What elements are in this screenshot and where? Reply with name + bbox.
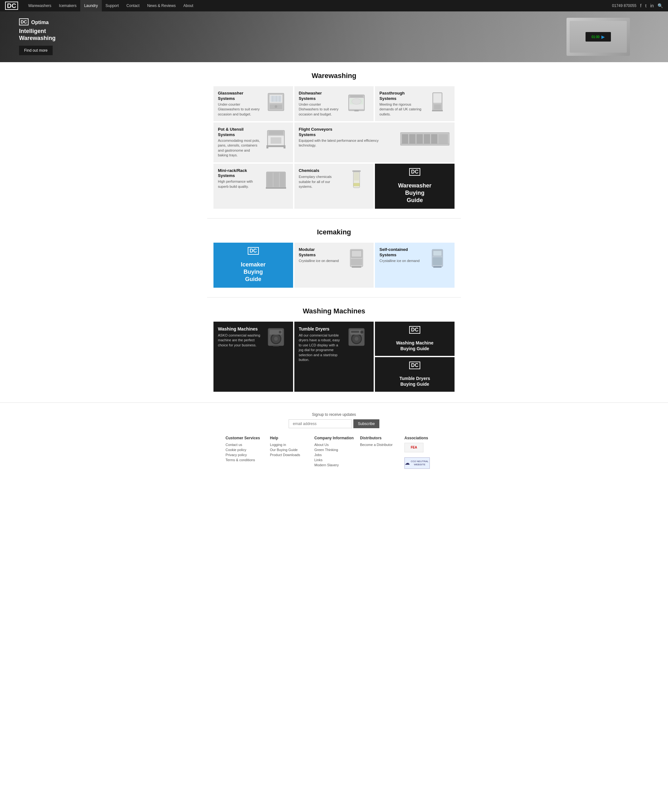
footer-subscribe-button[interactable]: Subscribe <box>353 419 379 428</box>
glasswasher-card[interactable]: Glasswasher Systems Under-counter Glassw… <box>214 86 293 121</box>
tumble-dryer-guide-card[interactable]: DC Tumble Dryers Buying Guide <box>375 357 454 391</box>
twitter-icon[interactable]: t <box>645 3 646 8</box>
hero-cta-button[interactable]: Find out more <box>19 46 53 55</box>
nav-item-warewashers[interactable]: Warewashers <box>24 0 55 12</box>
svg-rect-30 <box>431 134 438 144</box>
svg-rect-23 <box>266 146 268 149</box>
dishwasher-card[interactable]: Dishwasher Systems Under-counter Dishwas… <box>294 86 374 121</box>
modular-systems-card[interactable]: Modular Systems Crystalline ice on deman… <box>294 243 374 288</box>
warewashing-grid: Glasswasher Systems Under-counter Glassw… <box>214 86 454 209</box>
tumble-dryer-svg <box>346 327 367 348</box>
svg-rect-49 <box>433 251 441 256</box>
footer-email-input[interactable] <box>289 419 352 428</box>
nav-item-laundry[interactable]: Laundry <box>80 0 102 12</box>
nav-item-contact[interactable]: Contact <box>123 0 144 12</box>
warewasher-buying-guide-card[interactable]: DC Warewasher Buying Guide <box>375 164 454 209</box>
footer-link-become-distributor[interactable]: Become a Distributor <box>360 443 398 446</box>
washing-machines-title: Washing Machines <box>218 326 261 332</box>
washing-machines-desc: ASKO commercial washing machine are the … <box>218 333 261 348</box>
glasswasher-svg <box>265 92 287 112</box>
footer-link-cookie-policy[interactable]: Cookie policy <box>225 448 264 452</box>
site-footer: Signup to receive updates Subscribe Cust… <box>0 403 668 478</box>
svg-rect-46 <box>352 266 361 268</box>
modular-text: Modular Systems Crystalline ice on deman… <box>299 247 342 263</box>
footer-col-distributors-title: Distributors <box>360 436 398 440</box>
flight-image <box>399 127 450 149</box>
fea-logo: FEA <box>404 443 423 452</box>
self-contained-card[interactable]: Self-contained Systems Crystalline ice o… <box>375 243 454 288</box>
svg-rect-28 <box>416 134 423 144</box>
footer-link-privacy-policy[interactable]: Privacy policy <box>225 453 264 457</box>
svg-rect-34 <box>267 172 273 187</box>
nav-item-about[interactable]: About <box>180 0 197 12</box>
footer-link-product-downloads[interactable]: Product Downloads <box>270 453 308 457</box>
nav-item-support[interactable]: Support <box>102 0 123 12</box>
flight-title: Flight Conveyors <box>299 127 397 132</box>
icemaker-buying-guide-card[interactable]: DC Icemaker Buying Guide <box>214 243 293 288</box>
search-icon[interactable]: 🔍 <box>658 3 663 8</box>
pot-utensil-title: Pot & Utensil <box>218 127 261 132</box>
logo-dc-text: DC <box>5 2 18 10</box>
tumble-dryers-card[interactable]: Tumble Dryers All our commercial tumble … <box>294 322 374 392</box>
footer-link-jobs[interactable]: Jobs <box>314 453 354 457</box>
washing-section: Washing Machines Washing Machines ASKO c… <box>207 297 461 403</box>
nav-logo[interactable]: DC <box>5 2 18 10</box>
passthrough-svg <box>426 92 449 112</box>
tumble-dryers-title: Tumble Dryers <box>299 326 342 332</box>
minirack-desc: High performance with superb build quali… <box>218 179 261 189</box>
self-contained-text: Self-contained Systems Crystalline ice o… <box>379 247 422 263</box>
footer-link-modern-slavery[interactable]: Modern Slavery <box>314 463 354 467</box>
pot-utensil-subtitle: Systems <box>218 132 261 137</box>
nav-right: 01749 870055 f t in 🔍 <box>612 3 663 8</box>
linkedin-icon[interactable]: in <box>650 3 654 8</box>
glasswasher-desc: Under-counter Glasswashers to suit every… <box>218 102 261 117</box>
svg-rect-51 <box>433 266 441 268</box>
svg-rect-40 <box>354 172 359 180</box>
nav-item-icemakers[interactable]: Icemakers <box>55 0 80 12</box>
passthrough-title: Passthrough <box>379 91 422 96</box>
modular-title: Modular <box>299 247 342 252</box>
dishwasher-subtitle: Systems <box>299 96 342 101</box>
svg-point-57 <box>279 331 281 333</box>
ice-guide-logo-row: DC <box>248 247 259 257</box>
footer-columns: Customer Services Contact us Cookie poli… <box>13 436 655 469</box>
svg-rect-35 <box>274 172 279 187</box>
footer-link-about-us[interactable]: About Us <box>314 443 354 446</box>
hero-logo: DC Optima <box>19 18 55 27</box>
washing-machines-text: Washing Machines ASKO commercial washing… <box>218 326 261 348</box>
chemicals-card[interactable]: Chemicals Exemplary chemicals suitable f… <box>294 164 374 209</box>
svg-point-11 <box>352 99 361 104</box>
footer-link-buying-guide[interactable]: Our Buying Guide <box>270 448 308 452</box>
wm-guide-dc-logo: DC <box>409 326 420 334</box>
footer-link-logging-in[interactable]: Logging in <box>270 443 308 446</box>
svg-rect-45 <box>351 259 362 265</box>
washing-machines-card[interactable]: Washing Machines ASKO commercial washing… <box>214 322 293 392</box>
minirack-text: Mini-rack/Rack Systems High performance … <box>218 168 261 189</box>
svg-point-55 <box>274 337 278 341</box>
nav-item-news[interactable]: News & Reviews <box>144 0 180 12</box>
flight-card[interactable]: Flight Conveyors Systems Equipped with t… <box>294 122 454 162</box>
footer-link-terms[interactable]: Terms & conditions <box>225 458 264 462</box>
wm-guide-title: Washing Machine Buying Guide <box>396 340 434 351</box>
svg-rect-38 <box>352 170 361 172</box>
minirack-card[interactable]: Mini-rack/Rack Systems High performance … <box>214 164 293 209</box>
glasswasher-image <box>263 91 289 113</box>
wm-guide-logo-row: DC <box>409 326 420 336</box>
svg-rect-31 <box>438 134 448 144</box>
washing-machine-guide-card[interactable]: DC Washing Machine Buying Guide <box>375 322 454 356</box>
glasswasher-text: Glasswasher Systems Under-counter Glassw… <box>218 91 261 117</box>
passthrough-card[interactable]: Passthrough Systems Meeting the rigorous… <box>375 86 454 121</box>
svg-point-62 <box>355 337 358 341</box>
footer-col-distributors: Distributors Become a Distributor <box>360 436 398 469</box>
hero-machine-image: 01:00 ▶ <box>566 18 630 56</box>
footer-link-links[interactable]: Links <box>314 458 354 462</box>
nav-phone: 01749 870055 <box>612 3 636 8</box>
svg-rect-36 <box>280 172 285 187</box>
footer-link-green-thinking[interactable]: Green Thinking <box>314 448 354 452</box>
self-contained-svg <box>426 248 449 268</box>
passthrough-text: Passthrough Systems Meeting the rigorous… <box>379 91 422 117</box>
pot-utensil-card[interactable]: Pot & Utensil Systems Accommodating most… <box>214 122 293 162</box>
pot-utensil-svg <box>265 128 287 149</box>
footer-link-contact-us[interactable]: Contact us <box>225 443 264 446</box>
facebook-icon[interactable]: f <box>640 3 641 8</box>
